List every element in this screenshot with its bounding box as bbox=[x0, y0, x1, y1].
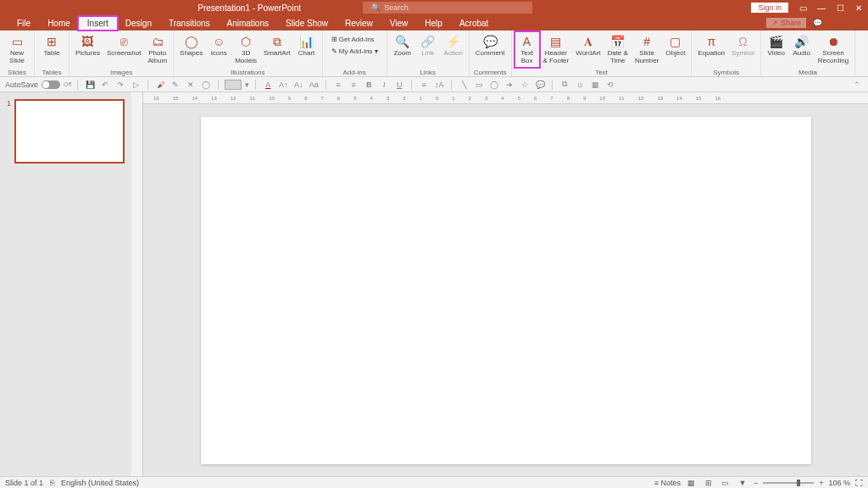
text-box-button[interactable]: AText Box bbox=[515, 32, 539, 67]
comment-button[interactable]: 💬Comment bbox=[473, 32, 508, 59]
bold-icon[interactable]: B bbox=[363, 79, 375, 91]
tab-file[interactable]: File bbox=[8, 17, 39, 30]
group-icon[interactable]: ▦ bbox=[589, 79, 601, 91]
rect-icon[interactable]: ▭ bbox=[473, 79, 485, 91]
slide-thumbnail-pane[interactable]: 1 bbox=[0, 92, 131, 476]
slide-counter[interactable]: Slide 1 of 1 bbox=[5, 479, 43, 487]
signin-button[interactable]: Sign in bbox=[751, 3, 788, 13]
change-case-icon[interactable]: Aa bbox=[308, 79, 320, 91]
search-box[interactable]: 🔍 Search bbox=[363, 2, 532, 14]
fill-color-button[interactable] bbox=[225, 80, 242, 90]
notes-button[interactable]: ≡ Notes bbox=[654, 479, 681, 487]
pictures-button[interactable]: 🖼Pictures bbox=[73, 32, 103, 59]
numbering-icon[interactable]: ≡ bbox=[348, 79, 359, 91]
photo-album-button[interactable]: 🗂Photo Album bbox=[145, 32, 170, 67]
start-slideshow-icon[interactable]: ▷ bbox=[130, 79, 142, 91]
arrange-icon[interactable]: ⧉ bbox=[559, 79, 570, 91]
zoom-button[interactable]: 🔍Zoom bbox=[391, 32, 415, 59]
callout-icon[interactable]: 💬 bbox=[534, 79, 546, 91]
chart-button[interactable]: 📊Chart bbox=[295, 32, 319, 59]
tab-view[interactable]: View bbox=[381, 17, 417, 30]
tab-transitions[interactable]: Transitions bbox=[160, 17, 219, 30]
comments-button[interactable]: 💬 Comments bbox=[813, 19, 861, 27]
screenshot-button[interactable]: ⎚Screenshot bbox=[104, 32, 143, 59]
eyedropper-icon[interactable]: ✎ bbox=[170, 79, 181, 91]
status-bar: Slide 1 of 1 ⎘ English (United States) ≡… bbox=[0, 476, 868, 488]
audio-button[interactable]: 🔊Audio bbox=[790, 32, 814, 59]
clear-icon[interactable]: ✕ bbox=[185, 79, 197, 91]
table-button[interactable]: ⊞ Table bbox=[38, 32, 65, 59]
tab-help[interactable]: Help bbox=[416, 17, 451, 30]
oval-icon[interactable]: ◯ bbox=[488, 79, 500, 91]
language-status[interactable]: English (United States) bbox=[61, 479, 139, 487]
accessibility-icon[interactable]: ⎘ bbox=[50, 479, 54, 487]
format-painter-icon[interactable]: 🖌 bbox=[154, 79, 166, 91]
header-footer-icon: ▤ bbox=[548, 34, 564, 49]
equation-button[interactable]: πEquation bbox=[695, 32, 727, 59]
video-button[interactable]: 🎬Video bbox=[765, 32, 788, 59]
tab-review[interactable]: Review bbox=[337, 17, 381, 30]
object-button[interactable]: ▢Object bbox=[663, 32, 687, 59]
shapes-button[interactable]: ◯Shapes bbox=[177, 32, 205, 59]
date-time-button[interactable]: 📅Date & Time bbox=[604, 32, 630, 67]
zoom-slider[interactable] bbox=[763, 482, 814, 484]
tab-insert[interactable]: Insert bbox=[79, 17, 117, 30]
new-slide-icon: ▭ bbox=[9, 34, 25, 49]
font-color-icon[interactable]: A bbox=[262, 79, 274, 91]
icons-button[interactable]: ☺Icons bbox=[207, 32, 231, 59]
symbol-button: ΩSymbol bbox=[729, 32, 757, 59]
ribbon-options-icon[interactable]: ▭ bbox=[793, 0, 812, 15]
slide-thumbnail[interactable] bbox=[14, 99, 125, 164]
screen-recording-button[interactable]: ⏺Screen Recording bbox=[815, 32, 851, 67]
font-size-down-icon[interactable]: A↓ bbox=[292, 79, 304, 91]
align-objects-icon[interactable]: ⎅ bbox=[574, 79, 586, 91]
slide-number-button[interactable]: #Slide Number bbox=[632, 32, 661, 67]
ribbon-group-illustrations: ◯Shapes ☺Icons ⬡3D Models ⧉SmartArt 📊Cha… bbox=[174, 30, 323, 76]
new-slide-button[interactable]: ▭ New Slide bbox=[3, 32, 31, 67]
zoom-level[interactable]: 106 % bbox=[828, 479, 850, 487]
minimize-icon[interactable]: — bbox=[812, 0, 831, 15]
tab-acrobat[interactable]: Acrobat bbox=[451, 17, 497, 30]
share-button[interactable]: ↗ Share bbox=[766, 18, 806, 28]
comment-icon: 💬 bbox=[482, 34, 498, 49]
zoom-in-icon[interactable]: + bbox=[819, 479, 823, 487]
chevron-up-icon[interactable]: ⌃ bbox=[851, 79, 863, 91]
header-footer-button[interactable]: ▤Header & Footer bbox=[541, 32, 572, 67]
cube-icon: ⬡ bbox=[238, 34, 253, 49]
symbol-icon: Ω bbox=[735, 34, 750, 49]
line-icon[interactable]: ╲ bbox=[458, 79, 470, 91]
get-addins-button[interactable]: ⊞ Get Add-ins bbox=[328, 34, 381, 45]
autosave-toggle[interactable] bbox=[42, 80, 60, 89]
tab-animations[interactable]: Animations bbox=[219, 17, 277, 30]
rotate-icon[interactable]: ⟲ bbox=[604, 79, 616, 91]
redo-icon[interactable]: ↷ bbox=[114, 79, 126, 91]
smartart-button[interactable]: ⧉SmartArt bbox=[261, 32, 293, 59]
reading-view-icon[interactable]: ▭ bbox=[720, 478, 732, 488]
underline-icon[interactable]: U bbox=[393, 79, 405, 91]
zoom-icon: 🔍 bbox=[395, 34, 410, 49]
font-size-up-icon[interactable]: A↑ bbox=[277, 79, 289, 91]
arrow-icon[interactable]: ➔ bbox=[504, 79, 515, 91]
slideshow-view-icon[interactable]: ▼ bbox=[737, 478, 748, 488]
normal-view-icon[interactable]: ▦ bbox=[686, 478, 698, 488]
maximize-icon[interactable]: ☐ bbox=[831, 0, 849, 15]
bullets-icon[interactable]: ≡ bbox=[332, 79, 344, 91]
slide-canvas[interactable] bbox=[201, 117, 811, 464]
zoom-out-icon[interactable]: − bbox=[754, 479, 758, 487]
lasso-icon[interactable]: ◯ bbox=[200, 79, 212, 91]
wordart-button[interactable]: 𝐀WordArt bbox=[573, 32, 603, 59]
undo-icon[interactable]: ↶ bbox=[99, 79, 111, 91]
star-icon[interactable]: ☆ bbox=[519, 79, 531, 91]
italic-icon[interactable]: I bbox=[378, 79, 390, 91]
align-left-icon[interactable]: ≡ bbox=[418, 79, 430, 91]
save-icon[interactable]: 💾 bbox=[84, 79, 96, 91]
tab-design[interactable]: Design bbox=[117, 17, 160, 30]
sorter-view-icon[interactable]: ⊞ bbox=[703, 478, 715, 488]
3d-models-button[interactable]: ⬡3D Models bbox=[232, 32, 259, 67]
fit-to-window-icon[interactable]: ⛶ bbox=[855, 479, 863, 487]
close-icon[interactable]: ✕ bbox=[849, 0, 868, 15]
my-addins-button[interactable]: ✎ My Add-ins ▾ bbox=[328, 46, 381, 57]
text-direction-icon[interactable]: ↕A bbox=[433, 79, 445, 91]
tab-home[interactable]: Home bbox=[39, 17, 79, 30]
tab-slideshow[interactable]: Slide Show bbox=[277, 17, 337, 30]
